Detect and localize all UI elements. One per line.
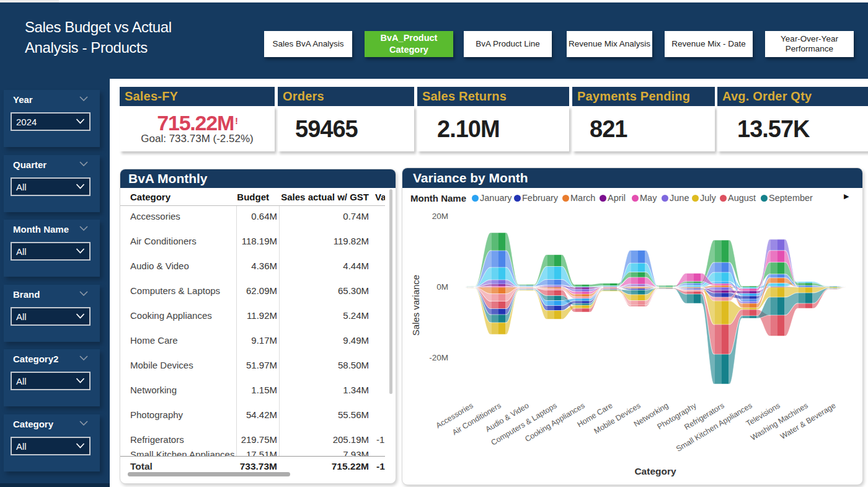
svg-text:20M: 20M	[432, 212, 448, 221]
svg-text:Sales variance: Sales variance	[410, 275, 421, 336]
svg-text:Category: Category	[634, 466, 676, 476]
svg-text:-20M: -20M	[429, 353, 448, 362]
svg-text:Air Conditioners: Air Conditioners	[451, 401, 502, 437]
svg-text:0M: 0M	[436, 282, 448, 292]
